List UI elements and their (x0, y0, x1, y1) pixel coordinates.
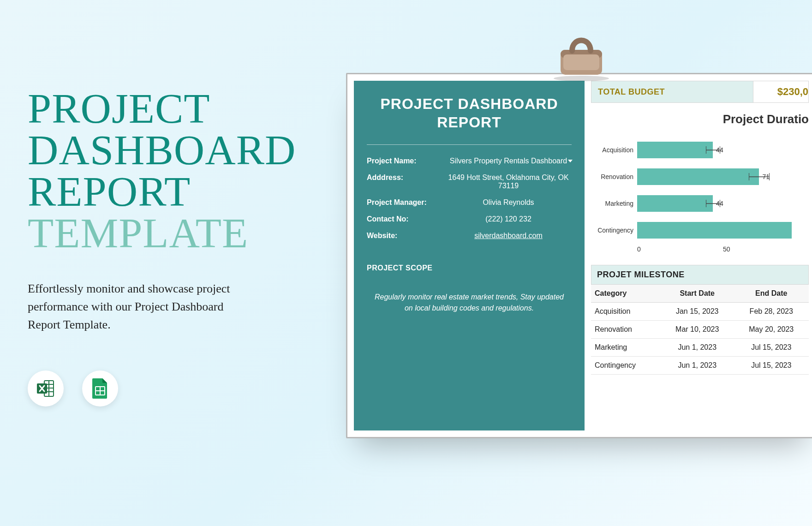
table-cell: Jan 15, 2023 (661, 303, 734, 321)
table-row: AcquisitionJan 15, 2023Feb 28, 2023 (591, 303, 809, 321)
value-project-name[interactable]: Silvers Property Rentals Dashboard (445, 157, 572, 165)
scope-text: Regularly monitor real estate market tre… (367, 292, 572, 314)
hero-copy: PROJECT DASHBOARD REPORT TEMPLATE Effort… (28, 88, 332, 406)
svg-point-9 (554, 76, 609, 81)
page-title: PROJECT DASHBOARD REPORT TEMPLATE (28, 88, 332, 254)
row-address: Adddress: 1649 Hott Street, Oklahoma Cit… (367, 173, 572, 190)
row-contact: Contact No: (222) 120 232 (367, 215, 572, 223)
label-website: Website: (367, 232, 445, 240)
title-line-4: TEMPLATE (28, 209, 248, 257)
table-row: ContingencyJun 1, 2023Jul 15, 2023 (591, 357, 809, 375)
title-line-3: REPORT (28, 168, 191, 215)
table-row: MarketingJun 1, 2023Jul 15, 2023 (591, 339, 809, 357)
value-address: 1649 Hott Street, Oklahoma City, OK 7311… (445, 173, 572, 190)
chart-axis: 050 (637, 245, 809, 253)
table-cell: Contingency (591, 357, 661, 375)
bar-label: Marketing (591, 200, 637, 207)
label-project-name: Project Name: (367, 157, 445, 165)
bar-label: Contingency (591, 227, 637, 234)
label-pm: Project Manager: (367, 198, 445, 207)
col-end: End Date (734, 285, 809, 303)
table-cell: Jun 1, 2023 (661, 339, 734, 357)
page-subtitle: Effortlessly monitor and showcase projec… (28, 280, 245, 334)
total-budget: TOTAL BUDGET $230,0 (591, 81, 809, 103)
dashboard-preview: PROJECT DASHBOARD REPORT Project Name: S… (346, 32, 812, 438)
svg-rect-12 (563, 54, 599, 70)
milestone-table: Category Start Date End Date Acquisition… (591, 285, 809, 375)
table-cell: Jul 15, 2023 (734, 339, 809, 357)
label-contact: Contact No: (367, 215, 445, 223)
col-start: Start Date (661, 285, 734, 303)
table-cell: Renovation (591, 321, 661, 339)
binder-clip-icon (547, 29, 616, 84)
project-info-panel: PROJECT DASHBOARD REPORT Project Name: S… (354, 81, 585, 430)
col-category: Category (591, 285, 661, 303)
title-line-2: DASHBOARD (28, 126, 296, 173)
value-contact: (222) 120 232 (445, 215, 572, 223)
table-cell: Acquisition (591, 303, 661, 321)
chart-title: Project Duratio (591, 112, 809, 126)
budget-value: $230,0 (753, 81, 809, 103)
excel-icon[interactable] (28, 371, 64, 406)
axis-tick: 50 (723, 245, 809, 253)
format-icons (28, 371, 332, 406)
table-cell: Feb 28, 2023 (734, 303, 809, 321)
row-project-name: Project Name: Silvers Property Rentals D… (367, 157, 572, 165)
chart-bar-row: Contingency (591, 219, 809, 242)
table-cell: Mar 10, 2023 (661, 321, 734, 339)
row-website: Website: silverdashboard.com (367, 232, 572, 240)
panel-title: PROJECT DASHBOARD REPORT (367, 95, 572, 132)
chart-bar-row: Marketing44 (591, 192, 809, 215)
scope-heading: PROJECT SCOPE (367, 264, 572, 272)
value-website[interactable]: silverdashboard.com (445, 232, 572, 240)
budget-label: TOTAL BUDGET (591, 81, 753, 103)
value-pm: Olivia Reynolds (445, 198, 572, 207)
table-cell: May 20, 2023 (734, 321, 809, 339)
title-line-1: PROJECT (28, 85, 210, 132)
table-cell: Jul 15, 2023 (734, 357, 809, 375)
milestone-header: PROJET MILESTONE (591, 265, 809, 285)
dashboard-board: PROJECT DASHBOARD REPORT Project Name: S… (346, 73, 812, 438)
axis-tick: 0 (637, 245, 723, 253)
table-row: RenovationMar 10, 2023May 20, 2023 (591, 321, 809, 339)
table-cell: Marketing (591, 339, 661, 357)
label-address: Adddress: (367, 173, 445, 190)
google-sheets-icon[interactable] (82, 371, 118, 406)
duration-chart: Project Duratio Acquisition44Renovation7… (591, 112, 809, 253)
chart-bars: Acquisition44Renovation71Marketing44Cont… (591, 138, 809, 242)
chart-bar-row: Acquisition44 (591, 138, 809, 161)
milestone-section: PROJET MILESTONE Category Start Date End… (591, 265, 809, 375)
bar-label: Acquisition (591, 146, 637, 154)
table-cell: Jun 1, 2023 (661, 357, 734, 375)
row-pm: Project Manager: Olivia Reynolds (367, 198, 572, 207)
bar-label: Renovation (591, 173, 637, 180)
chart-bar-row: Renovation71 (591, 165, 809, 188)
dashboard-right: TOTAL BUDGET $230,0 Project Duratio Acqu… (591, 81, 809, 430)
